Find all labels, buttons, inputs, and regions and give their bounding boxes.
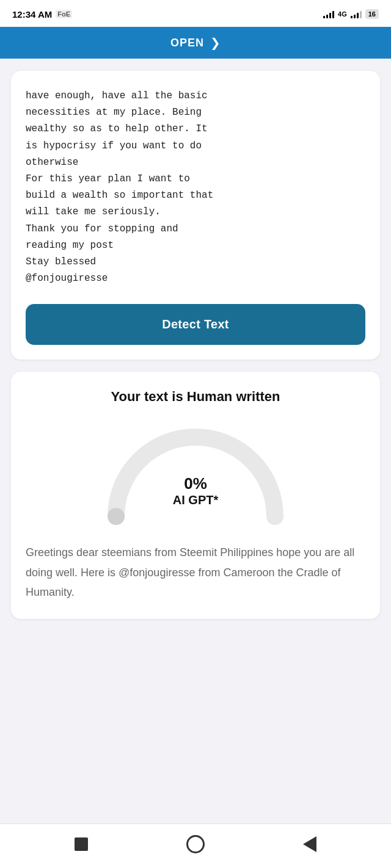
open-label: OPEN	[170, 37, 204, 49]
signal-icon	[323, 10, 334, 18]
gauge-container: 0% AI GPT*	[26, 422, 365, 526]
text-card: have enough, have all the basic necessit…	[11, 71, 380, 360]
foe-badge: FoE	[56, 10, 72, 18]
result-card: Your text is Human written 0% AI GPT* Gr…	[11, 372, 380, 619]
open-arrow-icon: ❯	[210, 35, 221, 50]
detect-text-button[interactable]: Detect Text	[26, 304, 365, 345]
network-type: 4G	[338, 10, 347, 18]
home-button[interactable]	[70, 833, 93, 856]
nav-bar	[0, 823, 391, 868]
gauge-label: AI GPT*	[173, 493, 218, 507]
status-bar: 12:34 AM FoE 4G 16	[0, 0, 391, 27]
extracted-text: have enough, have all the basic necessit…	[26, 88, 365, 287]
result-title: Your text is Human written	[26, 389, 365, 405]
time-display: 12:34 AM	[12, 9, 52, 20]
circle-button[interactable]	[184, 833, 207, 856]
status-icons: 4G 16	[323, 9, 379, 19]
signal-icon-2	[351, 10, 362, 18]
square-icon	[75, 837, 88, 851]
back-icon	[303, 836, 316, 852]
content-area: have enough, have all the basic necessit…	[0, 59, 391, 692]
result-description: Greetings dear steemians from Steemit Ph…	[26, 543, 365, 602]
battery-level: 16	[368, 10, 376, 18]
gauge-center-text: 0% AI GPT*	[173, 474, 218, 507]
circle-icon	[186, 835, 205, 853]
gauge-percent: 0%	[173, 474, 218, 493]
back-button[interactable]	[298, 833, 321, 856]
status-time: 12:34 AM FoE	[12, 9, 72, 20]
battery-icon: 16	[365, 9, 379, 19]
gauge-svg	[98, 422, 293, 526]
svg-point-0	[108, 508, 125, 525]
open-bar[interactable]: OPEN ❯	[0, 27, 391, 59]
